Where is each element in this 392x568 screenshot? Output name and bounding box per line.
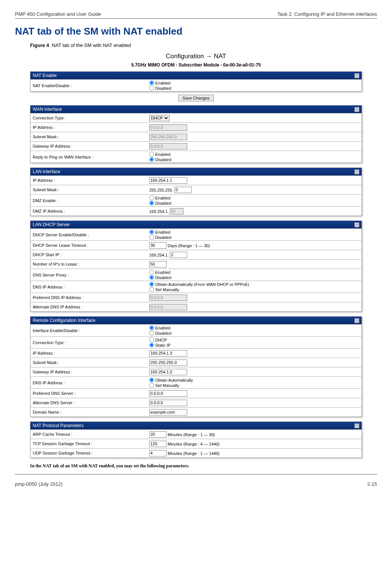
dhcp-enable-label: DHCP Server Enable/Disable : (33, 233, 149, 237)
wan-ping-enabled[interactable]: Enabled (149, 152, 359, 157)
wan-ping-disabled[interactable]: Disabled (149, 157, 359, 162)
rci-mask-label: Subnet Mask : (33, 360, 149, 365)
dhcp-lease-input[interactable] (149, 242, 166, 249)
radio-icon[interactable] (149, 270, 154, 275)
rci-enable-label: Interface Enable/Disable : (33, 328, 149, 333)
lan-mask-octet[interactable] (174, 187, 192, 193)
radio-icon[interactable] (149, 383, 154, 388)
radio-icon[interactable] (149, 337, 154, 342)
collapse-icon[interactable]: − (354, 169, 359, 174)
panel-rci-title: Remote Configuration Interface (33, 318, 95, 323)
save-changes-button[interactable]: Save Changes (178, 95, 213, 101)
dhcp-enabled[interactable]: Enabled (149, 230, 359, 234)
alt-dns-label: Alternate DNS IP Address : (33, 305, 149, 309)
dns-proxy-disabled[interactable]: Disabled (149, 275, 359, 280)
lan-mask-prefix: 255.255.255. (149, 187, 173, 192)
radio-icon[interactable] (149, 325, 154, 330)
collapse-icon[interactable]: − (354, 107, 359, 112)
radio-icon[interactable] (149, 152, 154, 157)
radio-icon[interactable] (149, 282, 154, 287)
dhcp-disabled[interactable]: Disabled (149, 235, 359, 240)
wan-mask-input[interactable] (149, 134, 187, 140)
collapse-icon[interactable]: − (354, 318, 359, 323)
rci-disabled[interactable]: Disabled (149, 331, 359, 335)
rci-ip-input[interactable] (149, 350, 187, 357)
collapse-icon[interactable]: − (354, 73, 359, 78)
footer-rule (15, 474, 377, 474)
dmz-enabled[interactable]: Enabled (149, 195, 359, 200)
radio-icon[interactable] (149, 86, 154, 91)
rci-pref-dns-label: Preferred DNS Server : (33, 391, 149, 396)
footer-left: pmp-0050 (July 2012) (15, 481, 62, 487)
wan-mask-label: Subnet Mask : (33, 134, 149, 139)
pref-dns-label: Preferred DNS IP Address : (33, 295, 149, 300)
udp-gc-input[interactable] (149, 450, 166, 456)
wan-ip-input[interactable] (149, 124, 187, 131)
rci-dns-manual[interactable]: Set Manually (149, 383, 359, 388)
wan-ip-label: IP Address : (33, 125, 149, 130)
arp-timeout-input[interactable] (149, 431, 166, 438)
wan-gw-input[interactable] (149, 143, 187, 150)
radio-icon[interactable] (149, 287, 154, 292)
radio-icon[interactable] (149, 378, 154, 382)
dns-proxy-label: DNS Server Proxy : (33, 273, 149, 277)
lan-ip-input[interactable] (149, 177, 187, 184)
radio-icon[interactable] (149, 230, 154, 234)
radio-icon[interactable] (149, 201, 154, 205)
radio-icon[interactable] (149, 343, 154, 347)
radio-icon[interactable] (149, 331, 154, 335)
radio-icon[interactable] (149, 275, 154, 280)
pref-dns-input[interactable] (149, 295, 187, 301)
dhcp-start-octet[interactable] (170, 252, 187, 258)
body-paragraph: In the NAT tab of an SM with NAT enabled… (30, 463, 362, 469)
dns-obtain-auto[interactable]: Obtain Automatically (From WAN DHCP or P… (149, 282, 359, 287)
panel-rci: Remote Configuration Interface− Interfac… (30, 316, 362, 417)
dns-set-manual[interactable]: Set Manually (149, 287, 359, 292)
tcp-gc-input[interactable] (149, 441, 166, 447)
header-rule (15, 18, 377, 19)
dhcp-start-prefix: 169.254.1. (149, 252, 169, 257)
wan-gw-label: Gateway IP Address : (33, 144, 149, 148)
radio-icon[interactable] (149, 195, 154, 200)
figure-label: Figure 4 (30, 42, 49, 48)
rci-alt-dns-label: Alternate DNS Server : (33, 400, 149, 405)
rci-gw-label: Gateway IP Address : (33, 370, 149, 374)
radio-icon[interactable] (149, 235, 154, 240)
dhcp-lease-label: DHCP Server Lease Timeout : (33, 243, 149, 248)
rci-conn-static[interactable]: Static IP (149, 343, 359, 347)
collapse-icon[interactable]: − (354, 222, 359, 227)
rci-conn-dhcp[interactable]: DHCP (149, 337, 359, 342)
rci-pref-dns-input[interactable] (149, 390, 187, 397)
rci-mask-input[interactable] (149, 360, 187, 366)
dmz-ip-octet[interactable] (170, 208, 183, 215)
panel-dhcp-title: LAN DHCP Server (33, 222, 70, 227)
panel-proto: NAT Protocol Parameters− ARP Cache Timeo… (30, 421, 362, 458)
arp-timeout-label: ARP Cache Timeout : (33, 432, 149, 437)
wan-ping-label: Reply to Ping on WAN Interface : (33, 155, 149, 159)
wan-conn-type-select[interactable]: DHCP (149, 115, 170, 121)
rci-enabled[interactable]: Enabled (149, 325, 359, 330)
panel-lan: LAN Interface− IP Address : Subnet Mask … (30, 168, 362, 216)
dhcp-num-input[interactable] (149, 261, 166, 267)
dns-proxy-enabled[interactable]: Enabled (149, 270, 359, 275)
tcp-gc-label: TCP Session Garbage Timeout : (33, 441, 149, 446)
dmz-enable-label: DMZ Enable : (33, 198, 149, 203)
rci-dns-auto[interactable]: Obtain Automatically (149, 378, 359, 382)
rci-alt-dns-input[interactable] (149, 400, 187, 406)
nat-enable-disabled[interactable]: Disabled (149, 86, 359, 91)
nat-enable-enabled[interactable]: Enabled (149, 80, 359, 85)
device-identifier: 5.7GHz MIMO OFDM - Subscriber Module - 0… (15, 62, 377, 68)
radio-icon[interactable] (149, 157, 154, 162)
rci-domain-input[interactable] (149, 409, 187, 415)
dhcp-lease-suffix: Days (Range : 1 — 30) (168, 243, 210, 248)
rci-ip-label: IP Address : (33, 351, 149, 355)
tcp-gc-suffix: Minutes (Range : 4 — 1440) (168, 441, 219, 446)
dhcp-start-label: DHCP Start IP : (33, 252, 149, 257)
collapse-icon[interactable]: − (354, 423, 359, 428)
radio-icon[interactable] (149, 80, 154, 85)
dmz-disabled[interactable]: Disabled (149, 201, 359, 205)
panel-lan-title: LAN Interface (33, 169, 60, 174)
rci-gw-input[interactable] (149, 369, 187, 375)
alt-dns-input[interactable] (149, 304, 187, 310)
footer-right: 2-15 (367, 481, 377, 487)
